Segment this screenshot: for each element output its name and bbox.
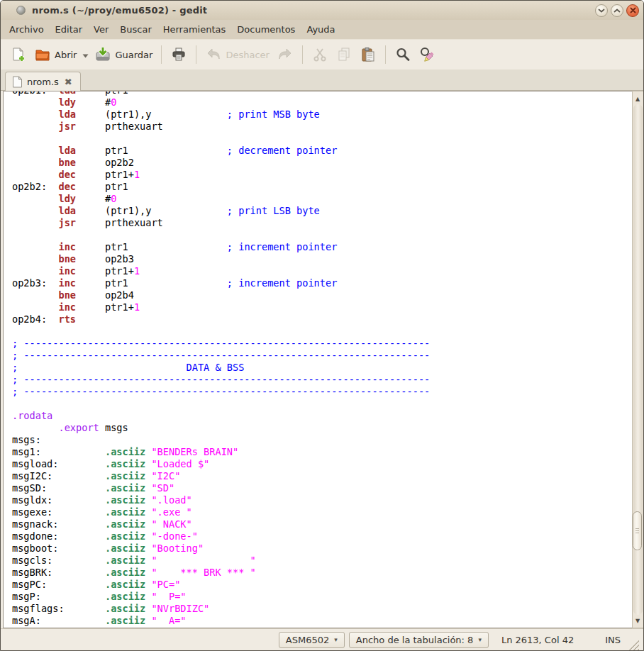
open-button-label: Abrir [55,50,77,60]
search-replace-button[interactable] [415,43,439,67]
code-line: op2b1: lda ptr1 [12,91,632,96]
tab-width-selector[interactable]: Ancho de la tabulación: 8 ▾ [349,632,489,648]
language-label: ASM6502 [286,635,329,645]
code-line: inc ptr1+1 [12,265,632,277]
save-icon [94,46,111,63]
code-line: .rodata [12,410,632,422]
code-line: msgnack: .asciiz " NACK" [12,518,632,530]
code-line: inc ptr1 ; increment pointer [12,241,632,253]
code-line: ; --------------------------------------… [12,350,632,362]
window-title: nrom.s (~/proy/emu6502) - gedit [32,5,207,16]
toolbar-separator [385,45,386,64]
insert-mode-indicator: INS [605,635,621,645]
open-button[interactable]: Abrir [30,43,80,67]
tabstrip: nrom.s ✖ [1,69,643,91]
code-line: msgboot: .asciiz "Booting" [12,542,632,555]
paste-button[interactable] [356,43,380,67]
code-area[interactable]: op2b1: lda ptr1 ldy #0 lda (ptr1),y ; pr… [4,91,632,627]
code-line: msgP: .asciiz " P=" [12,591,632,603]
gedit-window: nrom.s (~/proy/emu6502) - gedit Archivo … [0,0,644,651]
chevron-down-icon [598,8,605,13]
search-button[interactable] [391,43,415,67]
tab-nrom-s[interactable]: nrom.s ✖ [5,72,81,91]
code-line: msgSD: .asciiz "SD" [12,482,632,494]
redo-button[interactable] [273,43,297,67]
code-line: bne op2b4 [12,289,632,301]
search-replace-icon [418,46,435,63]
redo-icon [277,46,294,63]
open-dropdown-button[interactable] [80,48,91,62]
code-line: ; --------------------------------------… [12,386,632,398]
scrollbar-grip [635,528,639,534]
menu-buscar[interactable]: Buscar [114,21,157,38]
code-line: ; DATA & BSS [12,362,632,374]
cut-button[interactable] [308,43,332,67]
code-line: ; --------------------------------------… [12,374,632,386]
save-button[interactable]: Guardar [91,43,156,67]
menu-ver[interactable]: Ver [88,21,114,38]
copy-button[interactable] [332,43,356,67]
language-selector[interactable]: ASM6502 ▾ [279,632,345,648]
code-line: ldy #0 [12,96,632,108]
code-line: inc ptr1+1 [12,301,632,313]
code-line: .export msgs [12,422,632,434]
menubar: Archivo Editar Ver Buscar Herramientas D… [1,20,643,39]
code-line: bne op2b2 [12,157,632,169]
menu-documentos[interactable]: Documentos [231,21,301,38]
code-line: msgs: [12,434,632,446]
menu-ayuda[interactable]: Ayuda [301,21,340,38]
resize-grip[interactable] [629,640,639,650]
tab-label: nrom.s [27,77,59,87]
undo-icon [205,46,222,63]
tab-width-label: Ancho de la tabulación: 8 [356,635,474,645]
code-line: lda (ptr1),y ; print MSB byte [12,108,632,121]
tab-close-icon[interactable]: ✖ [63,77,74,87]
code-line [12,398,632,410]
toolbar-separator [196,45,196,64]
minimize-button[interactable] [595,4,608,17]
scrollbar-thumb[interactable] [633,511,642,550]
code-line: msgldx: .asciiz ".load" [12,494,632,506]
code-line: op2b3: inc ptr1 ; increment pointer [12,277,632,289]
open-dropdown-icon [82,54,89,58]
code-line: msgBRK: .asciiz " *** BRK *** " [12,567,632,579]
statusbar: ASM6502 ▾ Ancho de la tabulación: 8 ▾ Ln… [1,628,643,650]
print-icon [170,46,187,63]
code-line: jsr prthexuart [12,121,632,133]
text-view[interactable]: op2b1: lda ptr1 ldy #0 lda (ptr1),y ; pr… [3,91,632,628]
toolbar-separator [302,45,303,64]
code-line: msgexe: .asciiz ".exe " [12,506,632,518]
menu-herramientas[interactable]: Herramientas [157,21,232,38]
close-icon [630,7,636,13]
print-button[interactable] [167,43,191,67]
code-line: ; --------------------------------------… [12,338,632,350]
open-folder-icon [34,46,51,63]
code-line: ldy #0 [12,193,632,205]
toolbar-separator [161,45,162,64]
window-menu-icon[interactable] [16,6,26,15]
code-line: op2b2: dec ptr1 [12,181,632,193]
undo-button[interactable]: Deshacer [201,43,272,67]
search-icon [394,46,411,63]
code-line: lda (ptr1),y ; print LSB byte [12,205,632,217]
scroll-down-arrow-icon[interactable]: ▼ [633,615,643,626]
code-line: msg1: .asciiz "BENDERs BRAIN" [12,446,632,458]
code-line [12,229,632,241]
close-button[interactable] [626,4,639,17]
vertical-scrollbar[interactable]: ▲ ▼ [632,91,643,628]
code-line: msgflags: .asciiz "NVrBDIZC" [12,603,632,615]
code-line: msgload: .asciiz "Loaded $" [12,458,632,470]
code-line: msgI2C: .asciiz "I2C" [12,470,632,482]
code-line: msgcls: .asciiz " " [12,555,632,567]
paste-icon [360,46,377,63]
save-button-label: Guardar [115,50,152,60]
maximize-button[interactable] [611,4,623,17]
code-line: msgdone: .asciiz "-done-" [12,530,632,542]
code-line [12,326,632,338]
menu-editar[interactable]: Editar [50,21,89,38]
new-document-button[interactable] [6,43,30,67]
chevron-down-icon: ▾ [334,636,338,643]
code-line: lda ptr1 ; decrement pointer [12,145,632,157]
menu-archivo[interactable]: Archivo [4,21,50,38]
scroll-up-arrow-icon[interactable]: ▲ [633,93,643,104]
